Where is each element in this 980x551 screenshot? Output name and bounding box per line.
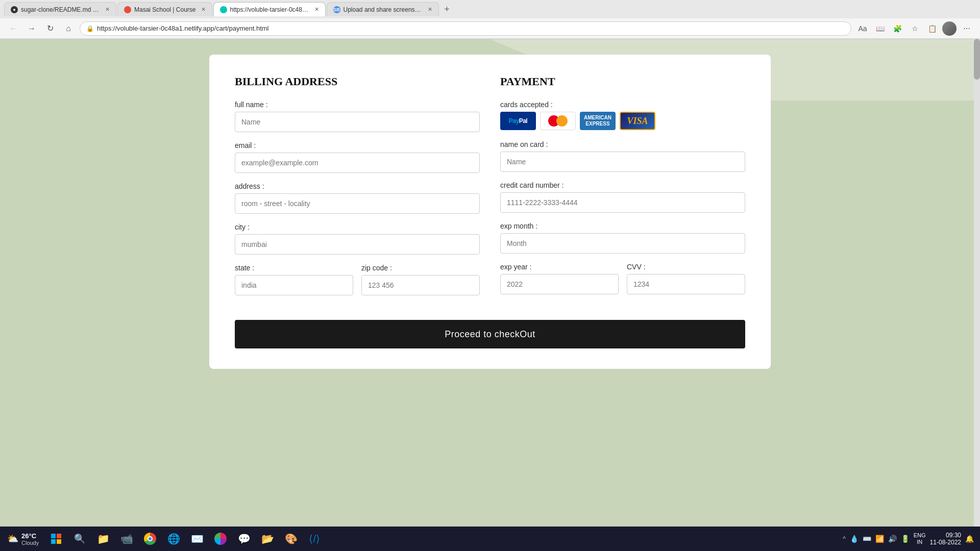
vscode-button[interactable]: ⟨/⟩ bbox=[304, 529, 325, 549]
cvv-input[interactable] bbox=[627, 274, 745, 294]
exp-year-input[interactable] bbox=[500, 274, 619, 294]
email-field-group: email : bbox=[235, 141, 480, 173]
state-field-group: state : bbox=[235, 264, 353, 295]
taskbar-date: 11-08-2022 bbox=[930, 539, 961, 546]
url-text: https://voluble-tarsier-0c48a1.netlify.a… bbox=[97, 24, 268, 32]
paint-icon: 🎨 bbox=[285, 533, 298, 545]
collections-icon[interactable]: 📋 bbox=[925, 21, 939, 36]
mail-button[interactable]: ✉️ bbox=[187, 529, 207, 549]
scrollbar-thumb[interactable] bbox=[974, 39, 980, 80]
chrome-button[interactable] bbox=[140, 529, 160, 549]
cards-accepted-label: cards accepted : bbox=[500, 101, 745, 109]
edge-button[interactable]: 🌐 bbox=[163, 529, 184, 549]
forward-button[interactable]: → bbox=[24, 21, 39, 36]
form-container: BILLING ADDRESS full name : email : addr… bbox=[209, 55, 771, 369]
tab-github[interactable]: ● sugar-clone/README.md at mai... ✕ bbox=[4, 2, 116, 16]
mail-icon: ✉️ bbox=[191, 533, 204, 545]
cc-number-label: credit card number : bbox=[500, 181, 745, 189]
github-favicon: ● bbox=[11, 6, 18, 13]
masai-favicon bbox=[124, 6, 131, 13]
vscode-icon: ⟨/⟩ bbox=[309, 533, 320, 545]
volume-icon: 🔊 bbox=[888, 535, 897, 543]
pinwheel-button[interactable] bbox=[210, 529, 231, 549]
file-explorer-button[interactable]: 📁 bbox=[93, 529, 113, 549]
tab-close-github[interactable]: ✕ bbox=[105, 6, 110, 13]
temperature: 26°C bbox=[21, 532, 39, 540]
exp-year-label: exp year : bbox=[500, 263, 619, 271]
city-input[interactable] bbox=[235, 234, 480, 255]
battery-icon: 🔋 bbox=[901, 535, 910, 543]
zip-label: zip code : bbox=[361, 264, 480, 272]
refresh-button[interactable]: ↻ bbox=[43, 21, 57, 36]
search-taskbar-button[interactable]: 🔍 bbox=[69, 529, 90, 549]
back-button[interactable]: ← bbox=[6, 21, 20, 36]
keyboard-icon: ⌨️ bbox=[863, 535, 871, 543]
form-layout: BILLING ADDRESS full name : email : addr… bbox=[235, 75, 745, 305]
city-field-group: city : bbox=[235, 223, 480, 255]
proceed-checkout-button[interactable]: Proceed to checkOut bbox=[235, 320, 745, 348]
tab-close-netlify[interactable]: ✕ bbox=[314, 6, 319, 13]
billing-title: BILLING ADDRESS bbox=[235, 75, 480, 88]
sb-favicon: SB bbox=[333, 6, 340, 13]
paint-button[interactable]: 🎨 bbox=[281, 529, 301, 549]
favorites-icon[interactable]: ☆ bbox=[908, 21, 922, 36]
file-manager-icon: 📂 bbox=[261, 533, 274, 545]
address-field-group: address : bbox=[235, 182, 480, 214]
amex-badge: AMERICANEXPRESS bbox=[580, 112, 616, 130]
home-button[interactable]: ⌂ bbox=[61, 21, 76, 36]
tab-netlify[interactable]: https://voluble-tarsier-0c48a1.ne... ✕ bbox=[213, 2, 326, 16]
zip-input[interactable] bbox=[361, 275, 480, 295]
teams-icon: 📹 bbox=[120, 533, 133, 545]
billing-section: BILLING ADDRESS full name : email : addr… bbox=[235, 75, 480, 305]
whatsapp-button[interactable]: 💬 bbox=[234, 529, 254, 549]
page-content: BILLING ADDRESS full name : email : addr… bbox=[0, 39, 980, 527]
tab-close-sb[interactable]: ✕ bbox=[428, 6, 432, 13]
taskbar-right: ^ 💧 ⌨️ 📶 🔊 🔋 ENGIN 09:30 11-08-2022 🔔 bbox=[843, 532, 974, 546]
city-label: city : bbox=[235, 223, 480, 231]
state-label: state : bbox=[235, 264, 353, 272]
exp-month-label: exp month : bbox=[500, 222, 745, 230]
tab-sb[interactable]: SB Upload and share screenshots a... ✕ bbox=[327, 2, 439, 16]
cloud-icon: ⛅ bbox=[7, 533, 18, 544]
tray-arrow[interactable]: ^ bbox=[843, 535, 846, 542]
start-button[interactable] bbox=[46, 529, 66, 549]
full-name-input[interactable] bbox=[235, 112, 480, 132]
read-aloud-icon[interactable]: Aa bbox=[855, 21, 870, 36]
edge-icon: 🌐 bbox=[167, 533, 180, 545]
address-input[interactable] bbox=[235, 193, 480, 214]
cc-number-input[interactable] bbox=[500, 192, 745, 213]
full-name-field-group: full name : bbox=[235, 101, 480, 132]
chrome-icon bbox=[144, 533, 156, 545]
nav-right-icons: Aa 📖 🧩 ☆ 📋 ⋯ bbox=[855, 21, 974, 36]
exp-month-input[interactable] bbox=[500, 233, 745, 254]
state-input[interactable] bbox=[235, 275, 353, 295]
extensions-icon[interactable]: 🧩 bbox=[890, 21, 904, 36]
weather-widget: ⛅ 26°C Cloudy bbox=[7, 532, 39, 546]
tab-bar: ● sugar-clone/README.md at mai... ✕ Masa… bbox=[0, 0, 980, 18]
payment-title: PAYMENT bbox=[500, 75, 745, 88]
nav-bar: ← → ↻ ⌂ 🔒 https://voluble-tarsier-0c48a1… bbox=[0, 18, 980, 39]
file-manager-button[interactable]: 📂 bbox=[257, 529, 278, 549]
more-options-icon[interactable]: ⋯ bbox=[960, 21, 974, 36]
tab-close-masai[interactable]: ✕ bbox=[201, 6, 206, 13]
taskbar-clock[interactable]: 09:30 11-08-2022 bbox=[930, 532, 961, 546]
weather-info: 26°C Cloudy bbox=[21, 532, 39, 546]
visa-badge: VISA bbox=[620, 112, 655, 130]
tab-masai[interactable]: Masai School | Course ✕ bbox=[117, 2, 212, 16]
profile-avatar[interactable] bbox=[942, 21, 957, 36]
cards-accepted-group: cards accepted : PayPal AME bbox=[500, 101, 745, 130]
immersive-reader-icon[interactable]: 📖 bbox=[873, 21, 887, 36]
tab-label: Upload and share screenshots a... bbox=[344, 6, 423, 13]
tab-label: sugar-clone/README.md at mai... bbox=[21, 6, 100, 13]
notification-icon: 🔔 bbox=[965, 535, 974, 543]
network-icon: 📶 bbox=[875, 535, 884, 543]
new-tab-button[interactable]: + bbox=[440, 2, 454, 16]
address-bar[interactable]: 🔒 https://voluble-tarsier-0c48a1.netlify… bbox=[80, 21, 851, 36]
teams-button[interactable]: 📹 bbox=[116, 529, 137, 549]
address-label: address : bbox=[235, 182, 480, 190]
scrollbar[interactable] bbox=[974, 39, 980, 527]
name-on-card-input[interactable] bbox=[500, 152, 745, 172]
email-input[interactable] bbox=[235, 153, 480, 173]
cc-number-field-group: credit card number : bbox=[500, 181, 745, 213]
state-zip-row: state : zip code : bbox=[235, 264, 480, 305]
